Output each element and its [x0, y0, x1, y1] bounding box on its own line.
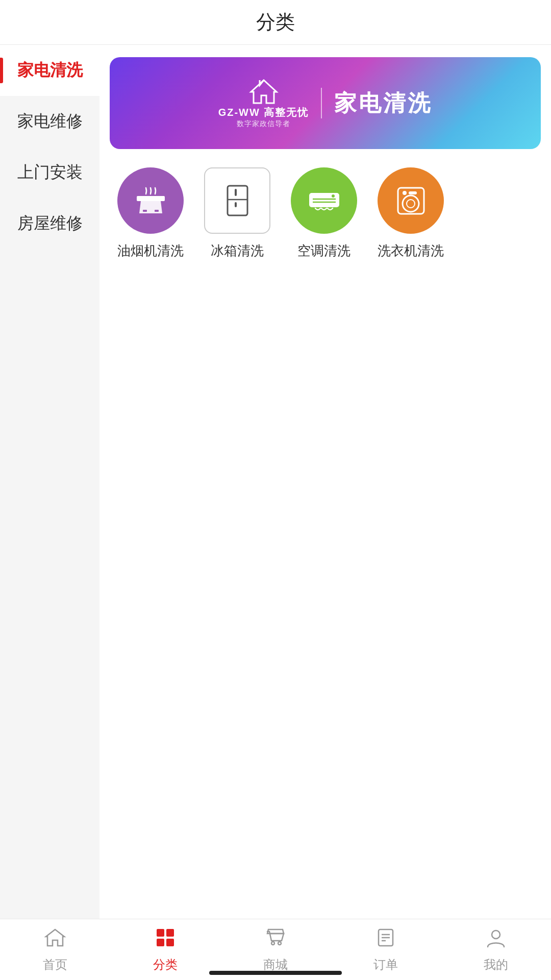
range-hood-label: 油烟机清洗: [117, 242, 184, 260]
svg-point-13: [407, 200, 415, 208]
banner-divider: [321, 88, 322, 118]
svg-point-10: [332, 194, 335, 198]
nav-item-home[interactable]: 首页: [0, 919, 110, 980]
mine-nav-icon: [485, 926, 507, 952]
nav-label-order: 订单: [373, 957, 398, 973]
ac-icon: [305, 182, 343, 220]
svg-point-12: [403, 195, 419, 212]
service-item-ac[interactable]: 空调清洗: [283, 167, 365, 260]
svg-rect-2: [155, 210, 159, 212]
bottom-indicator: [209, 971, 342, 975]
banner[interactable]: GZ-WW 高整无忧 数字家政信导者 家电清洗: [110, 57, 541, 149]
service-item-fridge[interactable]: 冰箱清洗: [196, 167, 278, 260]
service-item-washer[interactable]: 洗衣机清洗: [370, 167, 452, 260]
house-icon: [248, 78, 279, 106]
svg-rect-1: [143, 210, 147, 212]
service-grid: 油烟机清洗 冰箱清洗: [110, 167, 541, 260]
svg-rect-19: [166, 939, 174, 946]
washer-icon: [392, 182, 430, 220]
sidebar-item-home-install[interactable]: 上门安装: [0, 147, 99, 198]
svg-rect-3: [228, 186, 247, 215]
main-layout: 家电清洗 家电维修 上门安装 房屋维修 GZ-WW 高整无忧: [0, 45, 551, 919]
svg-rect-17: [166, 929, 174, 937]
banner-logo-sub: 数字家政信导者: [237, 119, 290, 129]
sidebar-item-appliance-cleaning[interactable]: 家电清洗: [0, 45, 99, 96]
svg-rect-18: [157, 939, 164, 946]
sidebar: 家电清洗 家电维修 上门安装 房屋维修: [0, 45, 99, 919]
svg-point-14: [403, 191, 407, 195]
order-nav-icon: [374, 926, 397, 952]
shop-nav-icon: [264, 926, 287, 952]
banner-logo: GZ-WW 高整无忧 数字家政信导者: [218, 78, 309, 129]
service-item-range-hood[interactable]: 油烟机清洗: [110, 167, 191, 260]
banner-logo-text: GZ-WW 高整无忧: [218, 106, 309, 119]
page-title: 分类: [256, 9, 295, 35]
svg-rect-0: [137, 196, 165, 201]
svg-point-21: [278, 942, 281, 945]
ac-label: 空调清洗: [297, 242, 350, 260]
category-nav-icon: [154, 926, 177, 952]
content-area: GZ-WW 高整无忧 数字家政信导者 家电清洗: [99, 45, 551, 919]
sidebar-item-appliance-repair[interactable]: 家电维修: [0, 96, 99, 147]
nav-item-order[interactable]: 订单: [331, 919, 441, 980]
svg-rect-7: [309, 193, 339, 207]
banner-service-name: 家电清洗: [334, 88, 432, 118]
sidebar-item-house-repair[interactable]: 房屋维修: [0, 198, 99, 249]
fridge-icon: [218, 182, 257, 220]
nav-item-category[interactable]: 分类: [110, 919, 220, 980]
nav-label-category: 分类: [153, 957, 178, 973]
header: 分类: [0, 0, 551, 45]
svg-point-26: [492, 930, 500, 939]
range-hood-icon: [132, 182, 170, 220]
svg-point-20: [271, 942, 274, 945]
home-nav-icon: [44, 926, 66, 952]
washer-label: 洗衣机清洗: [378, 242, 444, 260]
svg-rect-5: [235, 189, 237, 196]
svg-rect-6: [235, 202, 237, 207]
washer-icon-bg: [378, 167, 444, 234]
svg-rect-15: [409, 191, 417, 194]
range-hood-icon-bg: [117, 167, 184, 234]
fridge-label: 冰箱清洗: [211, 242, 264, 260]
svg-rect-16: [157, 929, 164, 937]
nav-label-home: 首页: [43, 957, 67, 973]
bottom-nav: 首页 分类 商城: [0, 919, 551, 980]
fridge-icon-bg: [204, 167, 270, 234]
nav-item-mine[interactable]: 我的: [441, 919, 551, 980]
nav-label-mine: 我的: [484, 957, 508, 973]
ac-icon-bg: [291, 167, 357, 234]
